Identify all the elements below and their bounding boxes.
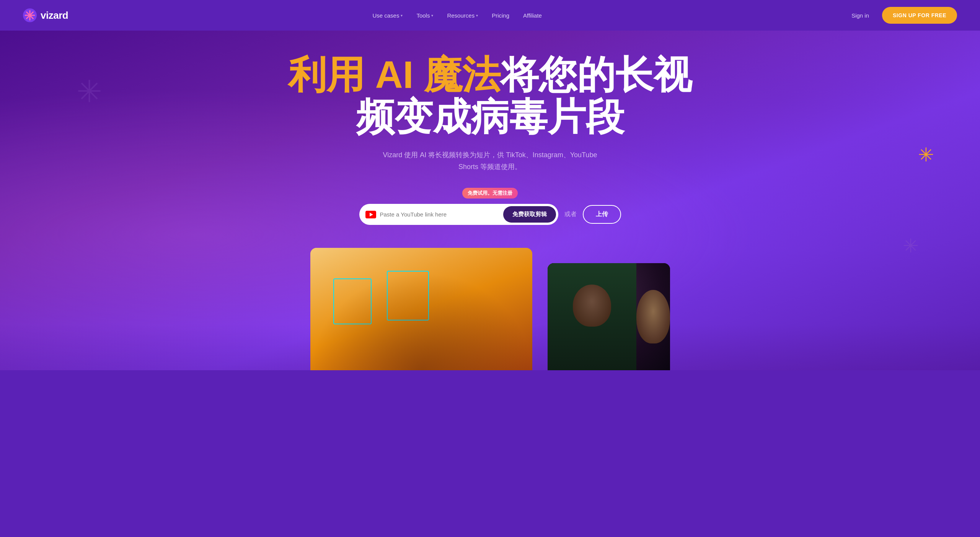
- youtube-icon: [365, 211, 376, 218]
- navbar: vizard Use cases ▾ Tools ▾ Resources ▾ P…: [0, 0, 980, 31]
- preview-section: [8, 248, 972, 370]
- nav-link-use-cases[interactable]: Use cases ▾: [367, 9, 408, 22]
- nav-item-affiliate: Affiliate: [518, 9, 547, 22]
- youtube-icon-wrapper: [365, 211, 376, 218]
- preview-card-right-face: [548, 263, 670, 370]
- youtube-url-input[interactable]: [380, 211, 503, 218]
- logo-link[interactable]: vizard: [23, 8, 68, 22]
- nav-link-pricing[interactable]: Pricing: [486, 9, 515, 22]
- nav-item-resources: Resources ▾: [442, 9, 483, 22]
- upload-button[interactable]: 上传: [583, 205, 621, 224]
- get-clips-button[interactable]: 免费获取剪辑: [503, 206, 556, 223]
- nav-links: Use cases ▾ Tools ▾ Resources ▾ Pricing …: [367, 9, 547, 22]
- nav-right: Sign in SIGN UP FOR FREE: [846, 7, 957, 24]
- logo-text: vizard: [41, 10, 68, 21]
- or-text: 或者: [564, 210, 577, 218]
- chevron-down-icon: ▾: [476, 13, 478, 18]
- nav-link-tools[interactable]: Tools ▾: [411, 9, 439, 22]
- sign-in-button[interactable]: Sign in: [846, 9, 874, 22]
- free-trial-badge-wrapper: 免费试用。无需注册: [8, 188, 972, 204]
- nav-item-use-cases: Use cases ▾: [367, 9, 408, 22]
- nav-item-tools: Tools ▾: [411, 9, 439, 22]
- sign-up-button[interactable]: SIGN UP FOR FREE: [882, 7, 957, 24]
- hero-subtitle: Vizard 使用 AI 将长视频转换为短片，供 TikTok、Instagra…: [375, 149, 605, 172]
- url-input-wrapper: 免费获取剪辑: [359, 204, 558, 225]
- chevron-down-icon: ▾: [431, 13, 433, 18]
- input-area: 免费获取剪辑 或者 上传: [8, 204, 972, 225]
- nav-link-resources[interactable]: Resources ▾: [442, 9, 483, 22]
- hero-section: ✳ ✳ ✳ 利用 AI 魔法将您的长视 频变成病毒片段 Vizard 使用 AI…: [0, 31, 980, 370]
- hero-title-white: 频变成病毒片段: [8, 96, 972, 138]
- preview-card-left-gradient: [310, 272, 532, 370]
- logo-icon: [23, 8, 37, 22]
- preview-card-right: [548, 263, 670, 370]
- hero-title-yellow: 利用 AI 魔法: [288, 53, 501, 96]
- preview-card-left: [310, 248, 532, 370]
- deco-asterisk-middle-right: ✳: [918, 145, 934, 164]
- chevron-down-icon: ▾: [401, 13, 403, 18]
- free-trial-badge: 免费试用。无需注册: [462, 188, 518, 199]
- nav-link-affiliate[interactable]: Affiliate: [518, 9, 547, 22]
- hero-title: 利用 AI 魔法将您的长视 频变成病毒片段: [8, 54, 972, 138]
- nav-item-pricing: Pricing: [486, 9, 515, 22]
